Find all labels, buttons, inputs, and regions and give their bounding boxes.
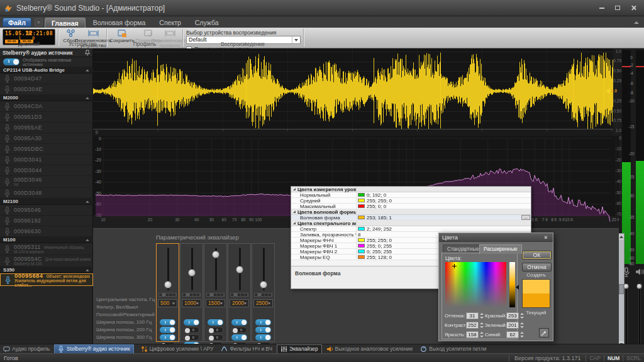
show-inactive-toggle[interactable]: I [3, 58, 19, 65]
list-item[interactable]: 00096192 [0, 216, 93, 226]
sidebar-group-header[interactable]: M2000 [0, 95, 93, 101]
eq-frequency-select[interactable]: 2500 [253, 299, 273, 307]
list-item[interactable]: 000D3041 [0, 155, 93, 165]
panel-tab-output[interactable]: Выходное аналоговое усиление [323, 344, 416, 354]
eq-toggle-2[interactable]: 0 [208, 327, 223, 333]
eq-toggle-2[interactable]: I [255, 327, 271, 333]
input-volume-slider[interactable] [625, 282, 628, 351]
sidebar-group-header[interactable]: M100 [0, 237, 93, 243]
panel-tab-filter[interactable]: Фильтры НЧ и ВЧ [218, 344, 275, 354]
eq-toggle-1[interactable]: I [255, 319, 271, 326]
close-icon[interactable]: × [542, 234, 550, 241]
eq-toggle-3[interactable]: 0 [184, 334, 199, 341]
slider-thumb[interactable] [636, 283, 642, 289]
list-item[interactable]: 00095A30 [0, 133, 93, 144]
eq-frequency-select[interactable]: 500 [158, 299, 177, 307]
list-item[interactable]: 00095DBC [0, 144, 93, 155]
field-label: Яркость: [445, 332, 466, 337]
output-volume-slider[interactable] [638, 282, 641, 351]
list-item[interactable]: 0009554CДля переговорной комнаты...Stelb… [0, 255, 93, 267]
eq-frequency-select[interactable]: 1500 [206, 299, 225, 307]
field-value[interactable]: 158 [466, 331, 479, 338]
tab-standard-colors[interactable]: Стандартные [443, 244, 484, 253]
ok-button[interactable]: ОК [522, 251, 552, 260]
menu-tab-Служба[interactable]: Служба [189, 18, 225, 28]
eq-toggle-2[interactable]: 0 [184, 327, 199, 333]
minimize-button[interactable] [595, 3, 609, 13]
tab-extended-colors[interactable]: Расширенные [479, 244, 522, 254]
eq-toggle-1[interactable]: I [208, 319, 223, 326]
scroll-up-button[interactable] [619, 234, 624, 240]
field-value[interactable]: 252 [466, 322, 479, 329]
list-item[interactable]: 000D3046hd [0, 176, 93, 188]
eq-toggle-3[interactable]: I [255, 334, 271, 341]
close-button[interactable] [626, 3, 640, 13]
eq-scrollbar[interactable] [618, 233, 625, 348]
list-item[interactable]: 00094C0A [0, 101, 93, 112]
spinner-icons[interactable] [519, 322, 524, 329]
browse-button[interactable]: ... [521, 215, 530, 220]
eq-slider-thumb[interactable] [260, 281, 267, 288]
menu-tab-Главная[interactable]: Главная [45, 18, 86, 28]
list-item[interactable]: 000951D3 [0, 112, 93, 123]
eq-toggle-3[interactable]: I [231, 334, 247, 341]
ribbon-collapse-button[interactable] [633, 19, 640, 26]
list-item[interactable]: 00096630 [0, 226, 93, 237]
list-item[interactable]: 000D304E [0, 84, 93, 95]
eq-slider-thumb[interactable] [236, 266, 243, 273]
cancel-button[interactable]: Отмена [522, 263, 552, 272]
chevron-down-icon [268, 302, 271, 304]
eq-toggle-3[interactable]: I [160, 334, 175, 341]
field-value[interactable]: 31 [466, 312, 479, 319]
pin-icon[interactable] [85, 50, 90, 56]
eq-slider-thumb[interactable] [164, 281, 172, 288]
eq-frequency-select[interactable]: 2000 [230, 299, 249, 307]
panel-tab-eq[interactable]: Эквалайзер [277, 344, 322, 354]
restore-button[interactable] [611, 3, 625, 13]
panel-tab-gain[interactable]: Цифровое усиление \ АРУ [138, 344, 217, 354]
eq-toggle-2[interactable]: 0 [231, 327, 247, 333]
list-item[interactable]: 000955AE [0, 123, 93, 133]
color-field-rgb-1: Зеленый:201 [485, 321, 524, 329]
color-swatch [358, 250, 365, 253]
eq-toggle-3[interactable]: 0 [208, 334, 223, 341]
list-item[interactable]: 00095046 [0, 205, 93, 216]
menu-tab-Волновая форма[interactable]: Волновая форма [87, 18, 152, 28]
eyedropper-button[interactable] [539, 328, 549, 337]
mic-icon [4, 257, 10, 265]
list-item[interactable]: 00094D47 [0, 74, 93, 84]
field-value[interactable]: 201 [506, 322, 519, 329]
sidebar-group-header[interactable]: CP2114 USB-Audio Bridge [0, 67, 93, 74]
panel-tab-loop[interactable]: Выход усилителя петли [417, 344, 489, 354]
group-label-profile: Профиль [108, 41, 181, 47]
eq-toggle-1[interactable]: I [160, 319, 175, 326]
menu-tab-Спектр[interactable]: Спектр [153, 18, 187, 28]
spinner-icons[interactable] [479, 331, 484, 338]
bottom-tab-mic[interactable]: Stelberry® аудио источник [54, 344, 134, 354]
hue-saturation-picker[interactable] [445, 262, 506, 307]
spinner-icons[interactable] [519, 331, 524, 338]
bottom-tab-profile[interactable]: Аудио профиль [0, 344, 53, 354]
source-id: 000951D3 [14, 114, 42, 120]
list-item[interactable]: 000D3044 [0, 165, 93, 176]
file-menu-button[interactable]: Файл [3, 18, 31, 27]
eq-toggle-1[interactable]: I [231, 319, 247, 326]
luminance-slider[interactable] [509, 262, 515, 307]
eq-toggle-1[interactable]: I [184, 319, 199, 326]
speaker-icon[interactable] [635, 268, 644, 276]
spinner-icons[interactable] [479, 322, 484, 329]
list-item[interactable]: 000D3048 [0, 188, 93, 199]
eq-frequency-select[interactable]: 1000 [182, 299, 201, 307]
field-value[interactable]: 253 [506, 312, 519, 319]
eq-slider-thumb[interactable] [212, 251, 219, 258]
field-value[interactable]: 62 [506, 331, 519, 338]
quick-access-button[interactable]: = [35, 18, 43, 26]
eq-toggle-2[interactable]: I [160, 327, 175, 333]
property-label: Цвета волновой формы [297, 209, 356, 215]
spinner-icons[interactable] [479, 312, 484, 319]
list-item[interactable]: 00095311Инженерный образецM-100 в корпус… [0, 243, 93, 255]
sidebar-group-header[interactable]: M2100 [0, 199, 93, 205]
eq-slider-thumb[interactable] [188, 269, 196, 277]
list-item[interactable]: 00095684Объект: железнодорожная...Усилит… [0, 273, 93, 286]
scroll-thumb[interactable] [619, 284, 624, 294]
